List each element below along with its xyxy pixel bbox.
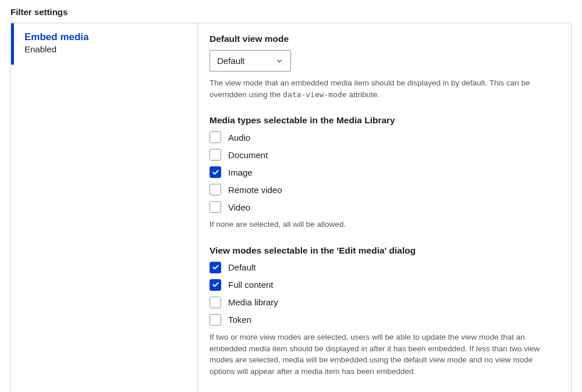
checkbox-view-media-library[interactable]: Media library <box>210 297 559 308</box>
settings-panel: Default view mode Default The view mode … <box>197 23 571 392</box>
checkbox-icon <box>210 279 221 291</box>
checkbox-view-token[interactable]: Token <box>210 314 559 326</box>
view-modes-options: Default Full content Media library Token <box>210 262 559 326</box>
checkbox-label: Video <box>228 202 250 212</box>
chevron-down-icon <box>275 57 283 65</box>
default-view-mode-help: The view mode that an embedded media ite… <box>210 77 559 100</box>
checkbox-document[interactable]: Document <box>210 149 559 161</box>
checkbox-label: Media library <box>228 297 278 307</box>
media-types-options: Audio Document Image Remote video Video <box>210 131 559 213</box>
default-view-mode-heading: Default view mode <box>210 34 559 44</box>
checkbox-video[interactable]: Video <box>210 201 559 213</box>
view-modes-heading: View modes selectable in the 'Edit media… <box>210 245 559 256</box>
tab-embed-media[interactable]: Embed media Enabled <box>11 23 197 65</box>
checkbox-label: Token <box>228 315 251 325</box>
checkbox-label: Audio <box>228 133 250 142</box>
checkbox-icon <box>210 314 221 326</box>
checkbox-remote-video[interactable]: Remote video <box>210 184 559 195</box>
media-types-group: Media types selectable in the Media Libr… <box>210 115 559 230</box>
filter-tabs-sidebar: Embed media Enabled <box>11 23 197 392</box>
media-types-help: If none are selected, all will be allowe… <box>210 219 559 230</box>
checkbox-label: Default <box>228 262 256 272</box>
default-view-mode-select[interactable]: Default <box>210 50 291 72</box>
checkbox-icon <box>210 149 221 161</box>
checkbox-icon <box>210 262 221 273</box>
checkbox-label: Full content <box>228 280 274 290</box>
settings-container: Embed media Enabled Default view mode De… <box>10 23 572 392</box>
checkbox-icon <box>210 184 221 195</box>
page-title: Filter settings <box>10 7 572 17</box>
checkbox-icon <box>210 131 221 143</box>
checkbox-icon <box>210 201 221 213</box>
checkbox-label: Image <box>228 168 253 177</box>
checkbox-view-default[interactable]: Default <box>210 262 559 273</box>
tab-status: Enabled <box>24 44 187 54</box>
checkbox-icon <box>210 166 221 178</box>
checkbox-label: Document <box>228 150 268 160</box>
checkbox-image[interactable]: Image <box>210 166 559 178</box>
tab-title: Embed media <box>24 31 187 43</box>
checkbox-label: Remote video <box>228 185 282 195</box>
checkbox-icon <box>210 297 221 308</box>
checkbox-view-full-content[interactable]: Full content <box>210 279 559 291</box>
view-modes-help: If two or more view modes are selected, … <box>210 332 559 377</box>
checkbox-audio[interactable]: Audio <box>210 131 559 143</box>
view-modes-group: View modes selectable in the 'Edit media… <box>210 245 559 377</box>
select-value: Default <box>217 56 245 66</box>
media-types-heading: Media types selectable in the Media Libr… <box>210 115 559 126</box>
